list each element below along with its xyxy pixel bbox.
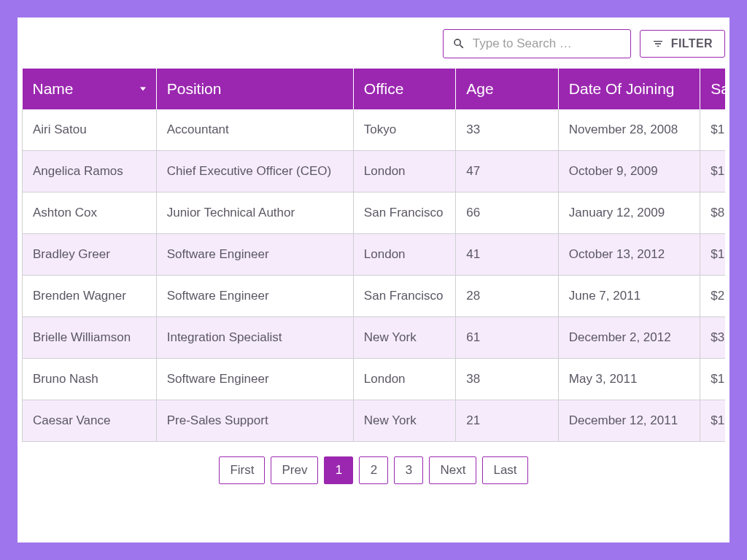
cell-age: 61 <box>456 317 558 359</box>
cell-position: Chief Executive Officer (CEO) <box>156 151 353 192</box>
cell-salary: $163,500 <box>700 359 725 400</box>
table-row[interactable]: Brenden Wagner Software Engineer San Fra… <box>23 276 726 317</box>
cell-salary: $132,000 <box>700 234 725 276</box>
column-header-salary[interactable]: Salary <box>700 69 725 109</box>
cell-salary: $1,200,000 <box>700 151 725 192</box>
cell-office: London <box>353 234 455 276</box>
cell-date: October 13, 2012 <box>558 234 700 276</box>
cell-position: Software Engineer <box>156 359 353 400</box>
cell-salary: $162,700 <box>700 109 725 151</box>
cell-name: Angelica Ramos <box>23 151 157 192</box>
cell-position: Software Engineer <box>156 276 353 317</box>
column-header-label: Position <box>167 80 222 97</box>
cell-date: May 3, 2011 <box>558 359 700 400</box>
cell-age: 21 <box>456 400 558 442</box>
search-input[interactable] <box>471 36 622 52</box>
cell-date: December 12, 2011 <box>558 400 700 442</box>
column-header-position[interactable]: Position <box>156 69 353 109</box>
cell-date: June 7, 2011 <box>558 276 700 317</box>
cell-office: New York <box>353 317 455 359</box>
cell-age: 41 <box>456 234 558 276</box>
column-header-name[interactable]: Name <box>23 69 157 109</box>
table-row[interactable]: Airi Satou Accountant Tokyo 33 November … <box>23 109 726 151</box>
cell-position: Accountant <box>156 109 353 151</box>
page-last-button[interactable]: Last <box>482 456 527 484</box>
column-header-label: Name <box>33 80 74 97</box>
filter-icon <box>652 38 664 50</box>
column-header-label: Office <box>364 80 403 97</box>
column-header-date[interactable]: Date Of Joining <box>558 69 700 109</box>
cell-name: Brenden Wagner <box>23 276 157 317</box>
toolbar: FILTER <box>18 29 729 69</box>
table-row[interactable]: Bradley Greer Software Engineer London 4… <box>23 234 726 276</box>
cell-date: December 2, 2012 <box>558 317 700 359</box>
cell-position: Software Engineer <box>156 234 353 276</box>
cell-date: October 9, 2009 <box>558 151 700 192</box>
cell-salary: $86,000 <box>700 192 725 234</box>
pagination: First Prev 1 2 3 Next Last <box>18 442 729 484</box>
table-body: Airi Satou Accountant Tokyo 33 November … <box>23 109 726 442</box>
table-row[interactable]: Angelica Ramos Chief Executive Officer (… <box>23 151 726 192</box>
cell-name: Bruno Nash <box>23 359 157 400</box>
table-row[interactable]: Ashton Cox Junior Technical Author San F… <box>23 192 726 234</box>
data-table: Name Position Office Age Date Of Joining… <box>22 69 725 442</box>
column-header-age[interactable]: Age <box>456 69 558 109</box>
table-row[interactable]: Bruno Nash Software Engineer London 38 M… <box>23 359 726 400</box>
cell-name: Airi Satou <box>23 109 157 151</box>
cell-name: Ashton Cox <box>23 192 157 234</box>
cell-office: San Francisco <box>353 276 455 317</box>
page-number-button[interactable]: 1 <box>324 456 353 484</box>
cell-age: 66 <box>456 192 558 234</box>
column-header-label: Salary <box>711 80 725 97</box>
cell-office: London <box>353 151 455 192</box>
sort-desc-icon <box>140 88 146 91</box>
cell-office: San Francisco <box>353 192 455 234</box>
column-header-label: Age <box>466 80 493 97</box>
cell-age: 38 <box>456 359 558 400</box>
cell-name: Caesar Vance <box>23 400 157 442</box>
table-header-row: Name Position Office Age Date Of Joining… <box>23 69 726 109</box>
cell-office: London <box>353 359 455 400</box>
cell-office: New York <box>353 400 455 442</box>
cell-age: 47 <box>456 151 558 192</box>
column-header-office[interactable]: Office <box>353 69 455 109</box>
column-header-label: Date Of Joining <box>569 80 675 97</box>
table-row[interactable]: Brielle Williamson Integration Specialis… <box>23 317 726 359</box>
table-row[interactable]: Caesar Vance Pre-Sales Support New York … <box>23 400 726 442</box>
data-table-panel: FILTER Name Position Office Age Date Of … <box>18 18 729 542</box>
cell-age: 28 <box>456 276 558 317</box>
cell-position: Pre-Sales Support <box>156 400 353 442</box>
cell-position: Integration Specialist <box>156 317 353 359</box>
cell-date: November 28, 2008 <box>558 109 700 151</box>
page-first-button[interactable]: First <box>219 456 265 484</box>
filter-button-label: FILTER <box>671 37 713 50</box>
page-prev-button[interactable]: Prev <box>271 456 318 484</box>
cell-office: Tokyo <box>353 109 455 151</box>
cell-date: January 12, 2009 <box>558 192 700 234</box>
table-scroll-region[interactable]: Name Position Office Age Date Of Joining… <box>22 69 725 442</box>
cell-salary: $372,000 <box>700 317 725 359</box>
page-number-button[interactable]: 3 <box>394 456 423 484</box>
filter-button[interactable]: FILTER <box>640 30 725 58</box>
cell-name: Bradley Greer <box>23 234 157 276</box>
search-icon <box>452 37 465 50</box>
cell-salary: $206,850 <box>700 276 725 317</box>
cell-age: 33 <box>456 109 558 151</box>
search-field-wrapper[interactable] <box>443 29 631 58</box>
page-next-button[interactable]: Next <box>429 456 476 484</box>
cell-position: Junior Technical Author <box>156 192 353 234</box>
cell-name: Brielle Williamson <box>23 317 157 359</box>
page-number-button[interactable]: 2 <box>359 456 388 484</box>
cell-salary: $106,450 <box>700 400 725 442</box>
